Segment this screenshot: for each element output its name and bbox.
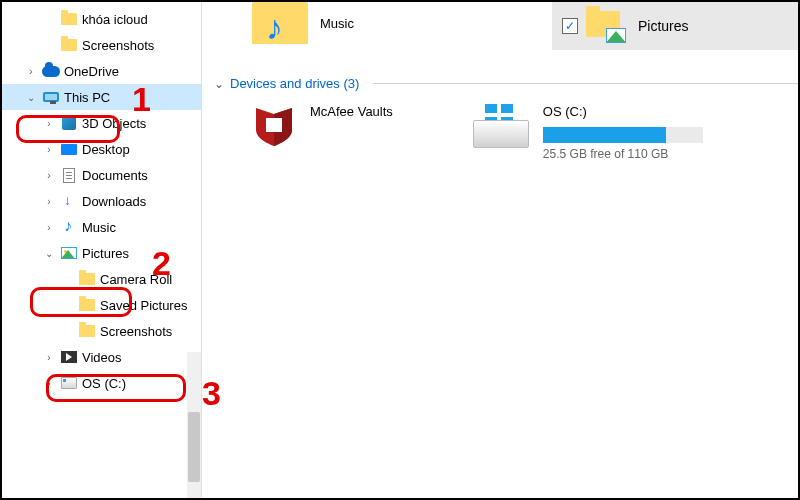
tree-item-videos[interactable]: ›Videos — [2, 344, 201, 370]
tree-item-label: Screenshots — [100, 324, 172, 339]
chevron-right-icon[interactable]: › — [42, 378, 56, 389]
drive-item-mcafee[interactable]: McAfee Vaults — [252, 104, 393, 161]
chevron-right-icon[interactable]: › — [42, 352, 56, 363]
folder-icon — [78, 296, 96, 314]
scrollbar-thumb[interactable] — [188, 412, 200, 482]
desk-icon — [60, 140, 78, 158]
tree-item-onedrive[interactable]: ›OneDrive — [2, 58, 201, 84]
tree-item-music[interactable]: ›Music — [2, 214, 201, 240]
navigation-tree: khóa icloudScreenshots›OneDrive⌄This PC›… — [2, 2, 202, 498]
music-folder-icon: ♪ — [252, 2, 308, 44]
tree-item-label: khóa icloud — [82, 12, 148, 27]
folder-icon — [60, 10, 78, 28]
music-note-icon: ♪ — [266, 8, 283, 47]
tree-item-label: Downloads — [82, 194, 146, 209]
tree-item-3d-objects[interactable]: ›3D Objects — [2, 110, 201, 136]
drive-label: McAfee Vaults — [310, 104, 393, 119]
select-all-checkbox[interactable]: ✓ — [562, 18, 578, 34]
tree-item-label: OS (C:) — [82, 376, 126, 391]
tree-item-pictures[interactable]: ⌄Pictures — [2, 240, 201, 266]
sidebar-scrollbar[interactable] — [187, 352, 201, 498]
folder-icon — [78, 270, 96, 288]
pic-icon — [60, 244, 78, 262]
cube-icon — [60, 114, 78, 132]
tree-item-screenshots[interactable]: Screenshots — [2, 318, 201, 344]
tree-item-documents[interactable]: ›Documents — [2, 162, 201, 188]
group-title: Devices and drives (3) — [230, 76, 359, 91]
tree-item-camera-roll[interactable]: Camera Roll — [2, 266, 201, 292]
monitor-icon — [42, 88, 60, 106]
chevron-down-icon[interactable]: ⌄ — [24, 92, 38, 103]
chevron-right-icon[interactable]: › — [42, 222, 56, 233]
drive-item-os-c[interactable]: OS (C:) 25.5 GB free of 110 GB — [473, 104, 703, 161]
tree-item-downloads[interactable]: ›Downloads — [2, 188, 201, 214]
chevron-down-icon[interactable]: ⌄ — [42, 248, 56, 259]
tree-item-label: Music — [82, 220, 116, 235]
chevron-right-icon[interactable]: › — [42, 170, 56, 181]
dl-icon — [60, 192, 78, 210]
mcafee-shield-icon — [252, 104, 296, 148]
column-header-label: Pictures — [638, 18, 689, 34]
folder-icon — [60, 36, 78, 54]
disk-icon — [60, 374, 78, 392]
tree-item-kh-a-icloud[interactable]: khóa icloud — [2, 6, 201, 32]
tree-item-os-c-[interactable]: ›OS (C:) — [2, 370, 201, 396]
os-drive-icon — [473, 104, 529, 148]
tree-item-label: Desktop — [82, 142, 130, 157]
folder-label: Music — [320, 16, 354, 31]
tree-item-label: 3D Objects — [82, 116, 146, 131]
tree-item-label: OneDrive — [64, 64, 119, 79]
tree-item-label: Camera Roll — [100, 272, 172, 287]
vid-icon — [60, 348, 78, 366]
tree-item-saved-pictures[interactable]: Saved Pictures — [2, 292, 201, 318]
group-divider — [373, 83, 798, 84]
tree-item-label: Screenshots — [82, 38, 154, 53]
chevron-right-icon[interactable]: › — [42, 196, 56, 207]
tree-item-label: Saved Pictures — [100, 298, 187, 313]
cloud-icon — [42, 62, 60, 80]
column-header[interactable]: ✓ Pictures — [552, 2, 798, 50]
doc-icon — [60, 166, 78, 184]
tree-item-desktop[interactable]: ›Desktop — [2, 136, 201, 162]
content-pane: ♪ Music ✓ Pictures ⌄ Devices and drives … — [202, 2, 798, 498]
chevron-right-icon[interactable]: › — [42, 144, 56, 155]
tree-item-label: Videos — [82, 350, 122, 365]
tree-item-label: Pictures — [82, 246, 129, 261]
tree-item-label: This PC — [64, 90, 110, 105]
chevron-right-icon[interactable]: › — [42, 118, 56, 129]
tree-item-label: Documents — [82, 168, 148, 183]
tree-item-screenshots[interactable]: Screenshots — [2, 32, 201, 58]
chevron-down-icon: ⌄ — [214, 77, 224, 91]
drive-label: OS (C:) — [543, 104, 703, 119]
tree-item-this-pc[interactable]: ⌄This PC — [2, 84, 201, 110]
group-devices-drives[interactable]: ⌄ Devices and drives (3) — [214, 76, 798, 91]
capacity-bar — [543, 127, 703, 143]
folder-icon — [78, 322, 96, 340]
note-icon — [60, 218, 78, 236]
free-space-text: 25.5 GB free of 110 GB — [543, 147, 703, 161]
chevron-right-icon[interactable]: › — [24, 66, 38, 77]
pictures-header-icon — [586, 11, 624, 41]
svg-rect-0 — [266, 118, 282, 132]
folder-item-music[interactable]: ♪ Music — [252, 2, 354, 44]
